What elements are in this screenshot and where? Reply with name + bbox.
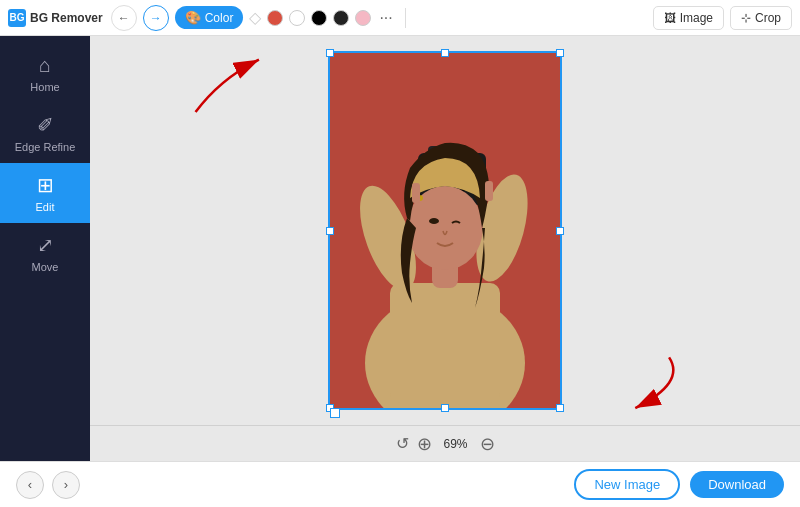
image-container[interactable] bbox=[328, 51, 562, 410]
image-button[interactable]: 🖼 Image bbox=[653, 6, 724, 30]
canvas-area: ↺ ⊕ 69% ⊖ bbox=[90, 36, 800, 461]
reset-icon[interactable]: ↺ bbox=[396, 434, 409, 453]
toolbar: ← → 🎨 Color ◇ ··· 🖼 Image ⊹ Crop bbox=[111, 5, 792, 31]
sidebar-item-move[interactable]: ⤢ Move bbox=[0, 223, 90, 283]
bottom-nav: ‹ › bbox=[16, 471, 80, 499]
bottom-actions: New Image Download bbox=[574, 469, 784, 500]
handle-top-middle[interactable] bbox=[441, 49, 449, 57]
next-button[interactable]: › bbox=[52, 471, 80, 499]
swatch-pink[interactable] bbox=[355, 10, 371, 26]
redo-button[interactable]: → bbox=[143, 5, 169, 31]
sidebar-item-home[interactable]: ⌂ Home bbox=[0, 44, 90, 103]
color-btn-label: Color bbox=[205, 11, 234, 25]
canvas-workspace bbox=[90, 36, 800, 425]
handle-middle-left[interactable] bbox=[326, 227, 334, 235]
handle-middle-right[interactable] bbox=[556, 227, 564, 235]
crop-icon: ⊹ bbox=[741, 11, 751, 25]
crop-button[interactable]: ⊹ Crop bbox=[730, 6, 792, 30]
more-button[interactable]: ··· bbox=[377, 9, 394, 27]
main-layout: ⌂ Home ✐ Edge Refine ⊞ Edit ⤢ Move bbox=[0, 36, 800, 461]
svg-rect-1 bbox=[390, 283, 500, 403]
swatch-dark[interactable] bbox=[333, 10, 349, 26]
color-button[interactable]: 🎨 Color bbox=[175, 6, 244, 29]
svg-point-12 bbox=[429, 218, 439, 224]
home-icon: ⌂ bbox=[39, 54, 51, 77]
prev-button[interactable]: ‹ bbox=[16, 471, 44, 499]
image-btn-label: Image bbox=[680, 11, 713, 25]
sidebar-item-edge-refine[interactable]: ✐ Edge Refine bbox=[0, 103, 90, 163]
swatch-red[interactable] bbox=[267, 10, 283, 26]
edge-refine-icon: ✐ bbox=[37, 113, 54, 137]
new-image-button[interactable]: New Image bbox=[574, 469, 680, 500]
undo-button[interactable]: ← bbox=[111, 5, 137, 31]
download-button[interactable]: Download bbox=[690, 471, 784, 498]
handle-bottom-middle[interactable] bbox=[441, 404, 449, 412]
image-icon: 🖼 bbox=[664, 11, 676, 25]
toolbar-divider bbox=[405, 8, 406, 28]
handle-bottom-right[interactable] bbox=[556, 404, 564, 412]
person-svg bbox=[330, 53, 560, 408]
sidebar: ⌂ Home ✐ Edge Refine ⊞ Edit ⤢ Move bbox=[0, 36, 90, 461]
zoom-value: 69% bbox=[440, 437, 472, 451]
title-bar: BG BG Remover ← → 🎨 Color ◇ ··· 🖼 Image … bbox=[0, 0, 800, 36]
svg-rect-15 bbox=[485, 181, 493, 201]
zoom-out-icon[interactable]: ⊖ bbox=[480, 433, 495, 455]
sidebar-item-label: Home bbox=[30, 81, 59, 93]
sidebar-item-label: Edit bbox=[36, 201, 55, 213]
zoom-toolbar: ↺ ⊕ 69% ⊖ bbox=[90, 425, 800, 461]
handle-top-right[interactable] bbox=[556, 49, 564, 57]
crop-btn-label: Crop bbox=[755, 11, 781, 25]
handle-top-left[interactable] bbox=[326, 49, 334, 57]
handle-bottom-left[interactable] bbox=[326, 404, 334, 412]
swatch-black[interactable] bbox=[311, 10, 327, 26]
color-icon: 🎨 bbox=[185, 10, 201, 25]
mock-photo bbox=[330, 53, 560, 408]
zoom-in-icon[interactable]: ⊕ bbox=[417, 433, 432, 455]
sidebar-item-label: Move bbox=[32, 261, 59, 273]
svg-rect-14 bbox=[412, 183, 420, 203]
toolbar-right: 🖼 Image ⊹ Crop bbox=[653, 6, 792, 30]
move-icon: ⤢ bbox=[37, 233, 54, 257]
sidebar-item-label: Edge Refine bbox=[15, 141, 76, 153]
sidebar-item-edit[interactable]: ⊞ Edit bbox=[0, 163, 90, 223]
bottom-bar: ‹ › New Image Download bbox=[0, 461, 800, 507]
swatch-white[interactable] bbox=[289, 10, 305, 26]
edit-icon: ⊞ bbox=[37, 173, 54, 197]
app-logo: BG BG Remover bbox=[8, 9, 103, 27]
logo-icon: BG bbox=[8, 9, 26, 27]
diamond-icon[interactable]: ◇ bbox=[249, 8, 261, 27]
app-title: BG Remover bbox=[30, 11, 103, 25]
